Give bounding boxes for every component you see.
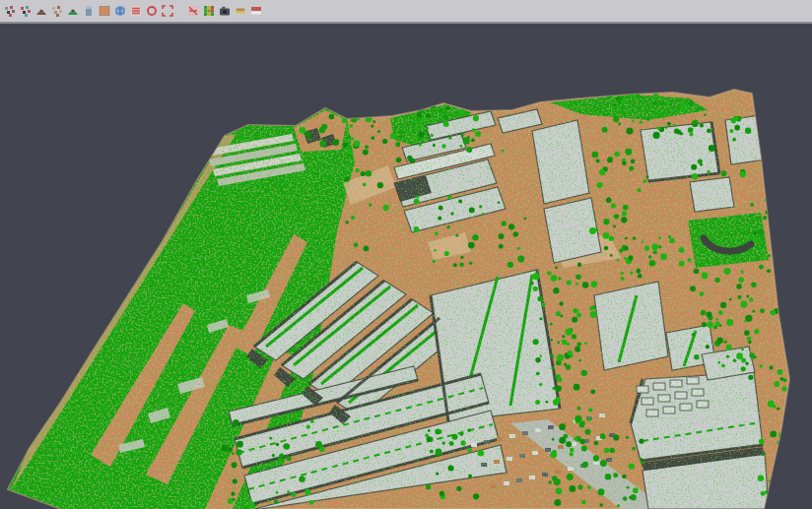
toolbar-clip-box-icon[interactable]: [186, 4, 200, 19]
toolbar-camera-icon[interactable]: [218, 4, 232, 19]
application-window: [0, 0, 812, 509]
toolbar-terrain-brown-icon[interactable]: [34, 4, 48, 19]
toolbar-terrain-green-icon[interactable]: [66, 4, 80, 19]
toolbar-separator: [175, 4, 185, 19]
toolbar: [0, 0, 812, 24]
scene-canvas[interactable]: [0, 0, 812, 509]
toolbar-ground-class-icon[interactable]: [98, 4, 111, 19]
toolbar-flag-icon[interactable]: [249, 4, 263, 19]
toolbar-measure-icon[interactable]: [234, 4, 247, 19]
toolbar-profile-lines-icon[interactable]: [129, 4, 143, 19]
toolbar-rect-select-icon[interactable]: [161, 4, 174, 19]
toolbar-classify-points-icon[interactable]: [19, 4, 33, 19]
toolbar-circle-select-icon[interactable]: [145, 4, 159, 19]
toolbar-building-tool-icon[interactable]: [82, 4, 96, 19]
toolbar-sparse-points-icon[interactable]: [50, 4, 64, 19]
toolbar-globe-icon[interactable]: [113, 4, 127, 19]
toolbar-points-tool-icon[interactable]: [3, 4, 17, 19]
toolbar-classification-map-icon[interactable]: [202, 4, 216, 19]
